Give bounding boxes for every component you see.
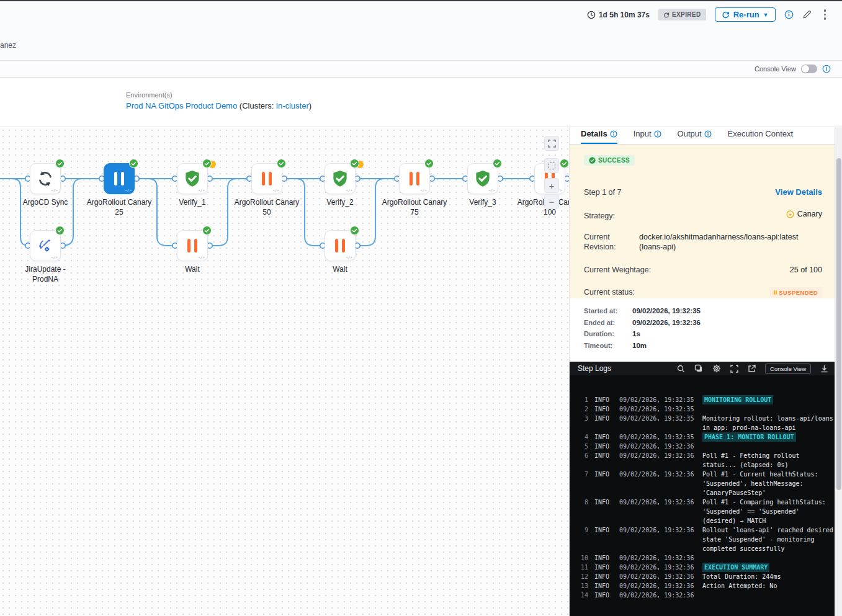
step-timing-section: Started at:09/02/2026, 19:32:35 Ended at… (570, 298, 835, 362)
info-icon[interactable] (654, 130, 661, 138)
log-line-number: 3 (578, 414, 588, 432)
fullscreen-icon[interactable] (730, 365, 738, 373)
step-logs-title: Step Logs (578, 364, 611, 373)
conditional-execution-icon: </> (198, 188, 205, 192)
success-check-badge-icon (277, 159, 286, 168)
log-message: Poll #1 - Current healthStatus: 'Suspend… (702, 470, 834, 498)
log-line: 1 INFO 09/02/2026, 19:32:35 MONITORING R… (578, 395, 835, 404)
step-node-label: Verify_3 (449, 198, 517, 208)
tab-execution-context[interactable]: Execution Context (728, 129, 794, 144)
ended-at-value: 09/02/2026, 19:32:36 (632, 319, 835, 326)
step-status-badge (277, 159, 286, 171)
tab-output[interactable]: Output (678, 129, 712, 144)
success-check-icon (589, 157, 596, 164)
log-timestamp: 09/02/2026, 19:32:36 (619, 581, 696, 591)
step-node-label: ArgoRollout Canary 25 (85, 198, 153, 218)
step-status-badge (55, 226, 65, 238)
log-message (702, 404, 834, 414)
log-level: INFO (594, 498, 613, 525)
conditional-execution-icon: </> (51, 255, 58, 259)
minus-icon: − (549, 197, 555, 207)
zoom-in-button[interactable]: + (544, 178, 559, 193)
pipeline-step-node[interactable]: </> ArgoRollout Canary 25 (104, 163, 135, 194)
started-at-value: 09/02/2026, 19:32:35 (632, 307, 835, 315)
success-check-badge-icon (55, 159, 65, 168)
step-status-badge (202, 159, 212, 171)
canary-icon (786, 210, 794, 218)
success-check-badge-icon (560, 159, 569, 168)
log-line: 3 INFO 09/02/2026, 19:32:35 Monitoring r… (578, 414, 835, 432)
log-lines[interactable]: 1 INFO 09/02/2026, 19:32:35 MONITORING R… (570, 375, 835, 616)
step-node-label: Verify_1 (158, 198, 226, 208)
log-line-number: 9 (578, 525, 588, 553)
step-status-badge (350, 226, 359, 238)
zoom-out-button[interactable]: − (544, 194, 559, 209)
revision-value: docker.io/akshitmadanharness/loans-api:l… (639, 232, 822, 253)
log-message: Action Attempted: No (702, 581, 834, 591)
log-line: 10 INFO 09/02/2026, 19:32:36 (578, 553, 835, 563)
tab-details[interactable]: Details (581, 129, 617, 144)
log-timestamp: 09/02/2026, 19:32:35 (619, 404, 696, 414)
log-level: INFO (594, 404, 613, 414)
revision-label: Current Revision: (584, 232, 639, 253)
open-in-new-icon[interactable] (748, 365, 756, 373)
search-icon[interactable] (677, 365, 685, 373)
pipeline-step-node[interactable]: </> ArgoCD Sync (30, 163, 61, 194)
pause-icon (410, 172, 419, 185)
log-timestamp: 09/02/2026, 19:32:36 (619, 553, 696, 563)
log-level: INFO (594, 563, 613, 572)
tab-input[interactable]: Input (634, 129, 661, 144)
log-message (702, 591, 834, 600)
log-message: Poll #1 - Comparing healthStatus: 'Suspe… (702, 498, 834, 525)
step-status-badge (202, 226, 212, 238)
pipeline-step-node[interactable]: </> Wait (325, 230, 356, 261)
log-level: INFO (594, 451, 613, 470)
started-at-label: Started at: (584, 307, 632, 315)
verify-shield-icon (331, 169, 349, 188)
copy-icon[interactable] (694, 364, 703, 373)
environment-label: Environment(s) (126, 91, 172, 99)
environment-link[interactable]: Prod NA GitOps Product Demo (126, 101, 237, 110)
clusters-suffix: ) (309, 101, 311, 110)
scrollbar-thumb[interactable] (836, 158, 841, 490)
info-icon[interactable] (822, 65, 831, 73)
info-icon[interactable] (704, 130, 712, 138)
success-check-badge-icon (493, 159, 502, 168)
log-timestamp: 09/02/2026, 19:32:36 (619, 442, 696, 451)
log-line-number: 1 (578, 395, 588, 404)
verify-shield-icon (183, 169, 202, 188)
log-line-number: 13 (578, 581, 588, 591)
pipeline-step-node[interactable]: </> Verify_1 (177, 163, 208, 194)
fit-to-screen-button[interactable] (544, 158, 559, 173)
pipeline-step-node[interactable]: </> ArgoRollout Canary 75 (399, 163, 430, 194)
view-details-link[interactable]: View Details (775, 187, 822, 197)
console-view-toggle[interactable] (801, 65, 817, 73)
verify-shield-icon (473, 169, 492, 188)
download-icon[interactable] (820, 365, 828, 373)
log-message: MONITORING ROLLOUT (702, 395, 773, 404)
log-line-number: 14 (578, 591, 588, 600)
pipeline-step-node[interactable]: </> Verify_2 (325, 163, 356, 194)
status-badge: SUCCESS (584, 155, 635, 166)
fullscreen-canvas-button[interactable] (544, 136, 559, 151)
pipeline-step-node[interactable]: </> JiraUpdate - ProdNA (30, 230, 61, 261)
edit-pencil-icon[interactable] (802, 10, 812, 19)
success-check-badge-icon (350, 159, 359, 168)
pipeline-step-node[interactable]: </> Verify_3 (467, 163, 498, 194)
info-icon[interactable] (610, 130, 617, 138)
log-line-number: 11 (578, 563, 588, 572)
more-options-menu-icon[interactable] (820, 8, 830, 21)
cluster-link[interactable]: in-cluster (276, 101, 309, 110)
pipeline-step-node[interactable]: </> Wait (177, 230, 208, 261)
scrollbar-track[interactable] (835, 127, 842, 616)
step-status-badge (55, 159, 65, 171)
step-node-label: JiraUpdate - ProdNA (11, 265, 79, 285)
log-timestamp: 09/02/2026, 19:32:35 (619, 414, 696, 432)
re-run-button[interactable]: Re-run ▼ (715, 7, 776, 22)
settings-gear-icon[interactable] (712, 364, 721, 373)
fit-selection-icon (549, 163, 555, 169)
pipeline-step-node[interactable]: </> ArgoRollout Canary 50 (251, 163, 282, 194)
info-icon[interactable] (784, 10, 794, 19)
console-view-button[interactable]: Console View (765, 364, 811, 374)
timeout-value: 10m (632, 342, 835, 349)
